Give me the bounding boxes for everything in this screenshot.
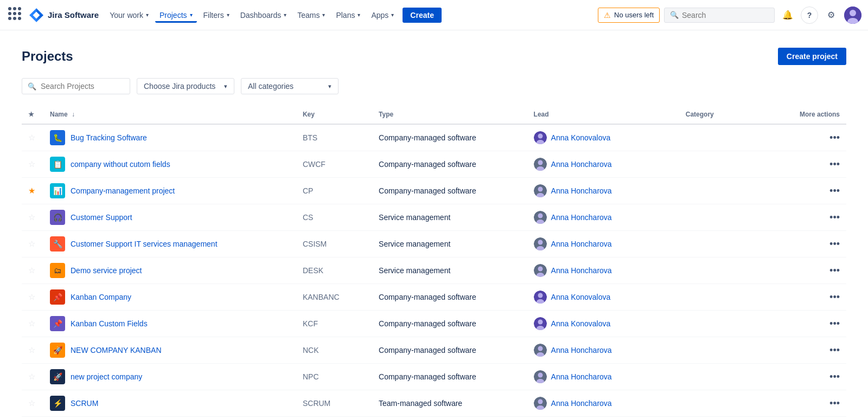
star-cell: ☆ (22, 284, 43, 311)
nav-teams[interactable]: Teams ▾ (293, 8, 329, 23)
nav-apps[interactable]: Apps ▾ (367, 8, 398, 23)
help-button[interactable]: ? (801, 7, 818, 24)
global-search-input[interactable] (682, 11, 769, 20)
more-actions-cell: ••• (793, 178, 846, 204)
star-cell: ☆ (22, 124, 43, 151)
lead-name-link[interactable]: Anna Honcharova (551, 186, 612, 195)
lead-name-link[interactable]: Anna Honcharova (551, 266, 612, 275)
more-actions-cell: ••• (793, 337, 846, 364)
project-name-link[interactable]: Customer Support IT services management (71, 240, 218, 248)
more-actions-button[interactable]: ••• (829, 212, 840, 223)
nav-projects[interactable]: Projects ▾ (155, 8, 197, 23)
name-cell: 📌 Kanban Custom Fields (43, 311, 296, 337)
project-name-link[interactable]: company without cutom fields (71, 160, 170, 169)
lead-name-link[interactable]: Anna Honcharova (551, 399, 612, 408)
search-icon: 🔍 (670, 11, 679, 19)
col-header-name[interactable]: Name ↓ (43, 105, 296, 124)
name-cell: 🚀 NEW COMPANY KANBAN (43, 337, 296, 364)
waffle-icon[interactable] (7, 5, 23, 24)
project-name-link[interactable]: Bug Tracking Software (71, 133, 147, 142)
star-button[interactable]: ☆ (28, 292, 35, 302)
nav-your-work[interactable]: Your work ▾ (105, 8, 153, 23)
notifications-button[interactable]: 🔔 (779, 7, 796, 24)
key-cell: BTS (296, 124, 372, 151)
star-button[interactable]: ☆ (28, 398, 35, 408)
lead-name-link[interactable]: Anna Honcharova (551, 160, 612, 169)
lead-cell: Anna Honcharova (527, 337, 679, 364)
search-projects-input[interactable] (41, 82, 117, 91)
svg-point-43 (538, 399, 542, 404)
project-name-link[interactable]: Demo service project (71, 266, 142, 275)
more-actions-button[interactable]: ••• (829, 371, 840, 383)
filters-row: 🔍 Choose Jira products ▾ All categories … (22, 78, 846, 94)
star-button[interactable]: ☆ (28, 239, 35, 249)
project-name-link[interactable]: Customer Support (71, 213, 132, 222)
more-actions-button[interactable]: ••• (829, 159, 840, 170)
table-row: ☆ 🚀 NEW COMPANY KANBAN NCK Company-manag… (22, 337, 846, 364)
category-cell (679, 257, 793, 284)
chevron-down-icon: ▾ (328, 83, 331, 90)
more-actions-button[interactable]: ••• (829, 292, 840, 303)
lead-name-link[interactable]: Anna Honcharova (551, 346, 612, 354)
search-projects-icon: 🔍 (28, 82, 36, 91)
col-header-category: Category (679, 105, 793, 124)
star-cell: ★ (22, 178, 43, 204)
star-button[interactable]: ☆ (28, 319, 35, 328)
nav-filters[interactable]: Filters ▾ (199, 8, 234, 23)
star-button[interactable]: ☆ (28, 212, 35, 222)
star-button[interactable]: ☆ (28, 345, 35, 355)
create-project-button[interactable]: Create project (778, 48, 846, 65)
project-name-link[interactable]: SCRUM (71, 399, 98, 408)
lead-name-link[interactable]: Anna Honcharova (551, 240, 612, 248)
lead-name-link[interactable]: Anna Honcharova (551, 372, 612, 381)
type-cell: Company-managed software (372, 364, 527, 390)
avatar-image (844, 7, 861, 24)
more-actions-button[interactable]: ••• (829, 185, 840, 197)
project-name-link[interactable]: Company-management project (71, 186, 175, 195)
global-search-box[interactable]: 🔍 (664, 8, 775, 23)
key-cell: DESK (296, 257, 372, 284)
type-cell: Company-managed software (372, 284, 527, 311)
more-actions-cell: ••• (793, 204, 846, 231)
settings-icon: ⚙ (827, 10, 835, 20)
star-button[interactable]: ☆ (28, 266, 35, 275)
more-actions-cell: ••• (793, 284, 846, 311)
create-button[interactable]: Create (403, 8, 442, 23)
col-header-key: Key (296, 105, 372, 124)
project-name-link[interactable]: Kanban Custom Fields (71, 319, 148, 328)
search-projects-box[interactable]: 🔍 (22, 78, 130, 94)
more-actions-button[interactable]: ••• (829, 265, 840, 276)
type-cell: Service management (372, 231, 527, 257)
lead-name-link[interactable]: Anna Konovalova (551, 319, 611, 328)
lead-name-link[interactable]: Anna Konovalova (551, 293, 611, 301)
project-name-link[interactable]: NEW COMPANY KANBAN (71, 346, 162, 354)
app-logo[interactable]: Jira Software (7, 5, 99, 24)
more-actions-button[interactable]: ••• (829, 132, 840, 144)
star-button[interactable]: ☆ (28, 372, 35, 382)
star-button[interactable]: ☆ (28, 159, 35, 169)
project-name-link[interactable]: new project company (71, 372, 142, 381)
key-cell: SCRUM (296, 390, 372, 417)
more-actions-button[interactable]: ••• (829, 345, 840, 356)
more-actions-button[interactable]: ••• (829, 318, 840, 330)
lead-name-link[interactable]: Anna Konovalova (551, 133, 611, 142)
more-actions-button[interactable]: ••• (829, 238, 840, 250)
star-button[interactable]: ☆ (28, 133, 35, 143)
settings-button[interactable]: ⚙ (822, 7, 840, 24)
user-avatar[interactable] (844, 7, 861, 24)
project-icon: 🗂 (50, 263, 65, 278)
all-categories-dropdown[interactable]: All categories ▾ (241, 78, 339, 94)
lead-cell: Anna Honcharova (527, 151, 679, 178)
page-title: Projects (22, 49, 73, 64)
no-users-button[interactable]: ⚠ No users left (598, 8, 660, 23)
lead-name-link[interactable]: Anna Honcharova (551, 213, 612, 222)
nav-plans[interactable]: Plans ▾ (331, 8, 365, 23)
svg-point-19 (538, 187, 542, 192)
more-actions-button[interactable]: ••• (829, 398, 840, 409)
nav-dashboards[interactable]: Dashboards ▾ (236, 8, 291, 23)
project-name-link[interactable]: Kanban Company (71, 293, 131, 301)
star-button[interactable]: ★ (28, 186, 35, 196)
choose-products-dropdown[interactable]: Choose Jira products ▾ (137, 78, 234, 94)
table-row: ☆ 🗂 Demo service project DESK Service ma… (22, 257, 846, 284)
star-cell: ☆ (22, 364, 43, 390)
